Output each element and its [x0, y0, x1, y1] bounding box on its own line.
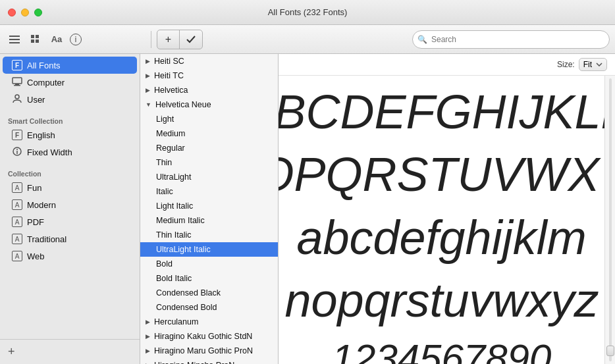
- font-name-ultralight-italic: UltraLight Italic: [156, 245, 211, 254]
- list-item[interactable]: ▼ Helvetica Neue: [140, 97, 278, 112]
- font-name-light: Light: [156, 115, 174, 124]
- window-title: All Fonts (232 Fonts): [268, 7, 348, 17]
- svg-rect-8: [15, 84, 19, 85]
- sidebar-item-pdf[interactable]: A PDF: [3, 213, 137, 230]
- list-item[interactable]: Condensed Black: [140, 286, 278, 300]
- font-name-helvetica: Helvetica: [154, 86, 188, 95]
- list-item[interactable]: Condensed Bold: [140, 300, 278, 315]
- collapse-triangle: ▶: [146, 87, 150, 93]
- svg-point-10: [15, 95, 19, 99]
- list-item[interactable]: Bold: [140, 257, 278, 271]
- sidebar: F All Fonts Computer User Smart Collecti…: [0, 54, 140, 364]
- add-collection-button[interactable]: +: [8, 345, 15, 359]
- list-item[interactable]: Medium: [140, 126, 278, 141]
- size-value: Fit: [583, 60, 592, 69]
- list-item[interactable]: Regular: [140, 141, 278, 155]
- info-button[interactable]: i: [70, 34, 82, 45]
- collection-section: Collection A Fun A Modern A PDF A Tradit…: [0, 163, 140, 267]
- search-icon: 🔍: [417, 35, 427, 44]
- font-name-condensed-bold: Condensed Bold: [156, 303, 217, 312]
- web-icon: A: [12, 251, 22, 261]
- sidebar-item-web[interactable]: A Web: [3, 247, 137, 265]
- sidebar-footer: +: [0, 339, 140, 364]
- list-item[interactable]: ▶ Hiragino Mincho ProN: [140, 358, 278, 364]
- fixed-width-label: Fixed Width: [27, 147, 72, 157]
- list-item[interactable]: Light: [140, 112, 278, 126]
- list-item[interactable]: Bold Italic: [140, 271, 278, 286]
- list-item[interactable]: ▶ Hiragino Maru Gothic ProN: [140, 344, 278, 358]
- font-name-heiti-sc: Heiti SC: [154, 57, 184, 66]
- collapse-triangle: ▶: [146, 319, 150, 325]
- list-item[interactable]: UltraLight: [140, 170, 278, 184]
- close-button[interactable]: [8, 9, 16, 16]
- list-item[interactable]: ▶ Heiti SC: [140, 54, 278, 68]
- chevron-down-icon: [596, 63, 602, 66]
- font-name-condensed-black: Condensed Black: [156, 288, 221, 298]
- list-item-selected[interactable]: UltraLight Italic: [140, 242, 278, 257]
- font-name-ultralight: UltraLight: [156, 172, 192, 182]
- fixed-width-icon: [12, 147, 22, 158]
- slider-track: [609, 78, 612, 361]
- sidebar-item-english[interactable]: F English: [3, 126, 137, 143]
- web-label: Web: [27, 251, 45, 261]
- modern-icon: A: [12, 199, 22, 210]
- preview-line-lowercase-2: nopqrstuvwxyz: [284, 274, 598, 326]
- sidebar-item-fun[interactable]: A Fun: [3, 179, 137, 196]
- all-fonts-label: All Fonts: [27, 61, 61, 70]
- grid-view-button[interactable]: [26, 30, 45, 49]
- minimize-button[interactable]: [21, 9, 29, 16]
- sidebar-item-modern[interactable]: A Modern: [3, 196, 137, 213]
- font-name-bold-italic: Bold Italic: [156, 274, 192, 283]
- svg-rect-3: [31, 35, 34, 38]
- maximize-button[interactable]: [34, 9, 42, 16]
- user-icon: [12, 94, 22, 105]
- window-controls: [8, 9, 42, 16]
- list-item[interactable]: Italic: [140, 184, 278, 199]
- add-font-button[interactable]: +: [157, 30, 180, 49]
- font-list-panel: ▶ Heiti SC ▶ Heiti TC ▶ Helvetica ▼ Helv…: [140, 54, 279, 364]
- traditional-label: Traditional: [27, 234, 67, 244]
- sidebar-item-computer[interactable]: Computer: [3, 74, 137, 91]
- preview-panel: Size: Fit Helvetica Neue UltraLight Ital…: [279, 54, 615, 364]
- toolbar: Aa i + 🔍: [0, 25, 615, 54]
- list-item[interactable]: ▶ Hiragino Kaku Gothic StdN: [140, 329, 278, 344]
- collapse-triangle: ▶: [146, 333, 150, 340]
- list-item[interactable]: ▶ Helvetica: [140, 83, 278, 97]
- pdf-icon: A: [12, 217, 22, 227]
- all-fonts-icon: F: [12, 60, 22, 70]
- font-name-bold: Bold: [156, 259, 173, 269]
- smart-collection-label: Smart Collection: [0, 113, 140, 126]
- slider-thumb[interactable]: [606, 346, 614, 356]
- search-input[interactable]: [412, 30, 610, 49]
- computer-label: Computer: [27, 78, 65, 88]
- collapse-triangle: ▶: [146, 348, 150, 354]
- sidebar-item-user[interactable]: User: [3, 91, 137, 108]
- size-label: Size:: [557, 60, 575, 69]
- list-item[interactable]: Medium Italic: [140, 213, 278, 228]
- list-item[interactable]: Thin: [140, 155, 278, 170]
- font-name-italic: Italic: [156, 187, 173, 196]
- svg-rect-6: [36, 39, 39, 43]
- font-preview-button[interactable]: Aa: [47, 30, 66, 49]
- list-item[interactable]: Thin Italic: [140, 228, 278, 242]
- list-view-button[interactable]: [5, 30, 24, 49]
- list-item[interactable]: ▶ Heiti TC: [140, 68, 278, 83]
- sidebar-item-traditional[interactable]: A Traditional: [3, 230, 137, 247]
- fun-label: Fun: [27, 183, 41, 193]
- check-button[interactable]: [180, 30, 202, 49]
- traditional-icon: A: [12, 234, 22, 244]
- modern-label: Modern: [27, 200, 56, 210]
- list-item[interactable]: ▶ Herculanum: [140, 315, 278, 329]
- preview-toolbar: Size: Fit: [279, 54, 615, 76]
- svg-rect-2: [9, 42, 20, 43]
- english-icon: F: [12, 130, 22, 140]
- toolbar-left: Aa i: [5, 30, 146, 49]
- list-item[interactable]: Light Italic: [140, 199, 278, 213]
- font-name-helvetica-neue: Helvetica Neue: [155, 100, 211, 109]
- sidebar-item-all-fonts[interactable]: F All Fonts: [3, 57, 137, 74]
- svg-rect-9: [14, 85, 20, 86]
- preview-scrollbar: [604, 76, 615, 364]
- size-dropdown[interactable]: Fit: [579, 58, 607, 71]
- sidebar-item-fixed-width[interactable]: Fixed Width: [3, 143, 137, 161]
- preview-line-uppercase-2: NOPQRSTUVWXYZ: [279, 149, 604, 201]
